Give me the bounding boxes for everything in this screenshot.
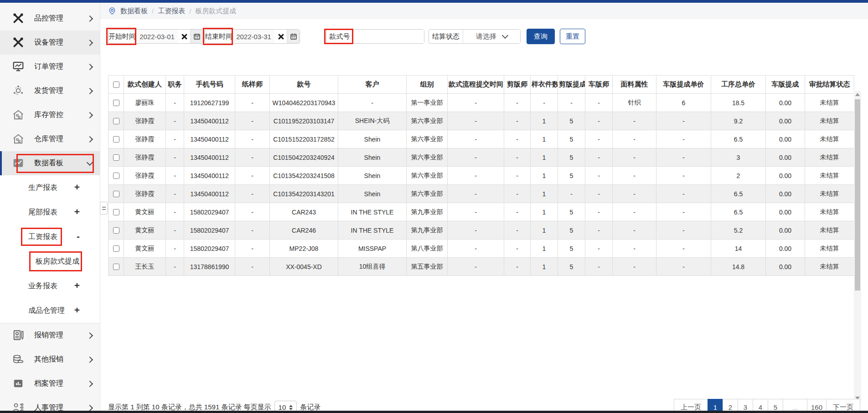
row-checkbox[interactable] [113,245,119,252]
table-cell: 1 [531,130,558,148]
chevron-down-icon [502,32,508,39]
end-date-clear-button[interactable] [274,30,287,43]
expand-plus-icon[interactable]: + [74,305,80,316]
sidebar-item-label: 设备管理 [34,38,63,47]
scrollbar-thumb[interactable] [855,99,860,291]
settle-status-select[interactable]: 请选择 [463,30,520,43]
sidebar-item-orders[interactable]: 订单管理 [0,55,100,79]
start-date-calendar-button[interactable] [190,30,203,43]
table-cell: IN THE STYLE [338,221,407,240]
table-row: 张静霞-13450400112-C1011952203103147SHEIN-大… [108,112,854,130]
chevron-right-icon [87,15,93,22]
sidebar-subitem-finished-goods[interactable]: 成品仓管理+ [0,298,100,323]
sidebar-item-warehouse[interactable]: 仓库管理 [0,127,100,151]
sidebar-item-shipping[interactable]: 发货管理 [0,79,100,103]
table-cell: 5 [558,258,585,276]
expand-plus-icon[interactable]: + [74,206,80,217]
table-cell: 0.00 [766,221,805,240]
calendar-icon [193,33,201,40]
expand-plus-icon[interactable]: + [74,182,80,193]
column-header: 剪版提成 [558,76,585,94]
reset-button[interactable]: 重置 [560,29,585,44]
row-checkbox[interactable] [113,118,119,124]
search-button[interactable]: 查询 [527,29,555,44]
sidebar-item-data-dashboard[interactable]: 数据看板 [0,151,100,175]
sidebar-subitem-salary-reports[interactable]: 工资报表- [0,224,100,249]
sidebar-subitem-label: 生产报表 [28,183,57,193]
sidebar-subitem-tail-reports[interactable]: 尾部报表+ [0,200,100,224]
table-cell: 第八事业部 [407,240,448,258]
row-checkbox[interactable] [113,209,119,215]
table-cell: - [613,185,656,203]
table-cell: - [448,258,504,276]
row-checkbox[interactable] [113,264,119,270]
column-header: 款式流程提交时间 [448,76,504,94]
sidebar-item-equipment[interactable]: 设备管理 [0,31,100,55]
table-cell: 黄文丽 [124,221,166,240]
table-cell: 第九事业部 [407,203,448,221]
select-all-checkbox[interactable] [113,82,119,88]
table-cell: 0.00 [766,203,805,221]
table-cell: - [166,240,184,258]
table-cell: - [448,94,504,112]
scroll-up-arrow-icon[interactable] [855,93,860,96]
start-date-clear-button[interactable] [178,30,190,43]
table-cell: - [613,240,656,258]
row-checkbox[interactable] [113,173,119,179]
table-cell: - [504,185,531,203]
table-cell: - [585,240,613,258]
row-checkbox[interactable] [113,154,119,161]
sidebar-item-label: 订单管理 [34,62,63,71]
table-cell: 黄文丽 [124,203,166,221]
table-cell: 0.00 [766,258,805,276]
panel-collapse-handle[interactable] [100,202,108,214]
end-date-group: 结束时间 2022-03-31 [205,29,300,44]
sidebar-subitem-sample-style-commission[interactable]: 板房款式提成 [0,249,100,274]
row-checkbox[interactable] [113,100,119,106]
table-scrollbar[interactable] [854,91,861,402]
column-header: 车版师 [585,76,613,94]
table-cell: 13450400112 [184,130,235,148]
table-cell: 14 [711,240,766,258]
start-date-label: 开始时间 [108,30,136,43]
expand-plus-icon[interactable]: + [74,280,80,291]
row-checkbox[interactable] [113,191,119,197]
table-cell: 张静霞 [124,167,166,185]
table-cell: Shein [338,148,407,167]
breadcrumb-item[interactable]: 工资报表 [158,7,185,15]
sidebar-item-label: 库存管控 [34,110,63,120]
sidebar-subitem-production-reports[interactable]: 生产报表+ [0,175,100,200]
sidebar-subitem-business-reports[interactable]: 业务报表+ [0,274,100,298]
table-cell: 5 [558,221,585,240]
sidebar-item-archives[interactable]: 档案管理 [0,372,100,396]
collapse-minus-icon[interactable]: - [77,231,80,242]
spinner-arrows-icon [289,405,293,410]
start-date-field[interactable]: 2022-03-01 [136,30,178,43]
table-cell: 9.2 [711,112,766,130]
sidebar-item-other-reimbursement[interactable]: 其他报销 [0,347,100,372]
end-date-field[interactable]: 2022-03-31 [232,30,274,43]
table-cell: - [448,203,504,221]
clear-x-icon [181,33,187,40]
table-cell: - [235,167,270,185]
end-date-calendar-button[interactable] [287,30,300,43]
table-cell: 10组喜得 [338,258,407,276]
table-cell: - [656,221,711,240]
table-cell: 王长玉 [124,258,166,276]
table-cell: - [656,185,711,203]
row-checkbox[interactable] [113,136,119,143]
sidebar-item-inventory-control[interactable]: 库存管控 [0,103,100,127]
column-header: 车版提成单价 [656,76,711,94]
table-cell: - [585,167,613,185]
column-header: 工序总单价 [711,76,766,94]
row-checkbox[interactable] [113,227,119,234]
table-cell: 15802029407 [184,203,235,221]
table-cell: - [448,112,504,130]
breadcrumb-item[interactable]: 数据看板 [120,7,148,15]
style-no-input[interactable] [353,30,424,43]
window-bottom-edge [0,411,868,413]
sidebar-item-quality[interactable]: 品控管理 [0,6,100,31]
sidebar-item-reimbursement[interactable]: 报销管理 [0,323,100,347]
table-cell: 1 [531,221,558,240]
table-cell: 未结算 [805,167,854,185]
